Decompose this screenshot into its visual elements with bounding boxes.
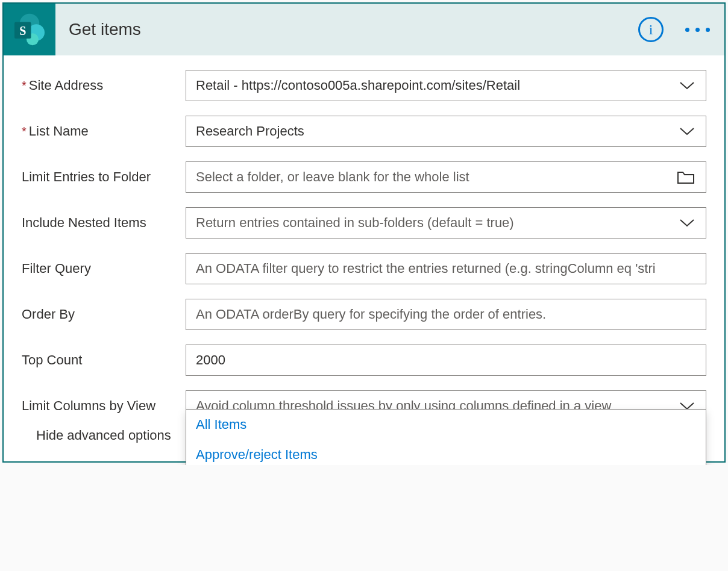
top-count-field[interactable]: [196, 352, 696, 368]
include-nested-dropdown[interactable]: Return entries contained in sub-folders …: [186, 207, 706, 239]
filter-query-input[interactable]: An ODATA filter query to restrict the en…: [186, 253, 706, 284]
label-site-address: * Site Address: [22, 78, 186, 93]
sharepoint-logo: S: [4, 4, 55, 55]
row-order-by: Order By An ODATA orderBy query for spec…: [22, 299, 706, 330]
site-address-dropdown[interactable]: Retail - https://contoso005a.sharepoint.…: [186, 70, 706, 101]
label-top-count: Top Count: [22, 352, 186, 368]
card-header: S Get items i: [4, 4, 724, 55]
order-by-input[interactable]: An ODATA orderBy query for specifying th…: [186, 299, 706, 330]
required-asterisk: *: [22, 79, 27, 93]
form-body: * Site Address Retail - https://contoso0…: [4, 55, 724, 461]
svg-text:S: S: [19, 24, 26, 37]
required-asterisk: *: [22, 125, 27, 139]
chevron-down-icon: [679, 126, 695, 136]
more-options-icon[interactable]: [685, 28, 710, 32]
label-filter-query: Filter Query: [22, 261, 186, 276]
row-filter-query: Filter Query An ODATA filter query to re…: [22, 253, 706, 284]
chevron-down-icon: [679, 218, 695, 228]
label-limit-columns: Limit Columns by View: [22, 398, 186, 414]
dropdown-item-approve-reject[interactable]: Approve/reject Items: [186, 440, 706, 465]
card-title: Get items: [55, 20, 638, 39]
top-count-input[interactable]: [186, 345, 706, 376]
label-include-nested: Include Nested Items: [22, 215, 186, 231]
row-top-count: Top Count: [22, 345, 706, 376]
action-card: S Get items i * Site Address Retail - ht…: [2, 2, 726, 463]
list-name-dropdown[interactable]: Research Projects: [186, 116, 706, 147]
info-icon[interactable]: i: [638, 17, 664, 42]
limit-folder-input[interactable]: Select a folder, or leave blank for the …: [186, 161, 706, 193]
row-include-nested: Include Nested Items Return entries cont…: [22, 207, 706, 239]
row-site-address: * Site Address Retail - https://contoso0…: [22, 70, 706, 101]
row-list-name: * List Name Research Projects: [22, 116, 706, 147]
limit-columns-dropdown-menu: All Items Approve/reject Items My submis…: [186, 409, 706, 465]
label-list-name: * List Name: [22, 123, 186, 139]
dropdown-item-all-items[interactable]: All Items: [186, 410, 706, 440]
row-limit-folder: Limit Entries to Folder Select a folder,…: [22, 161, 706, 193]
label-order-by: Order By: [22, 307, 186, 322]
chevron-down-icon: [679, 81, 695, 90]
label-limit-folder: Limit Entries to Folder: [22, 169, 186, 185]
folder-picker-icon[interactable]: [677, 170, 695, 184]
